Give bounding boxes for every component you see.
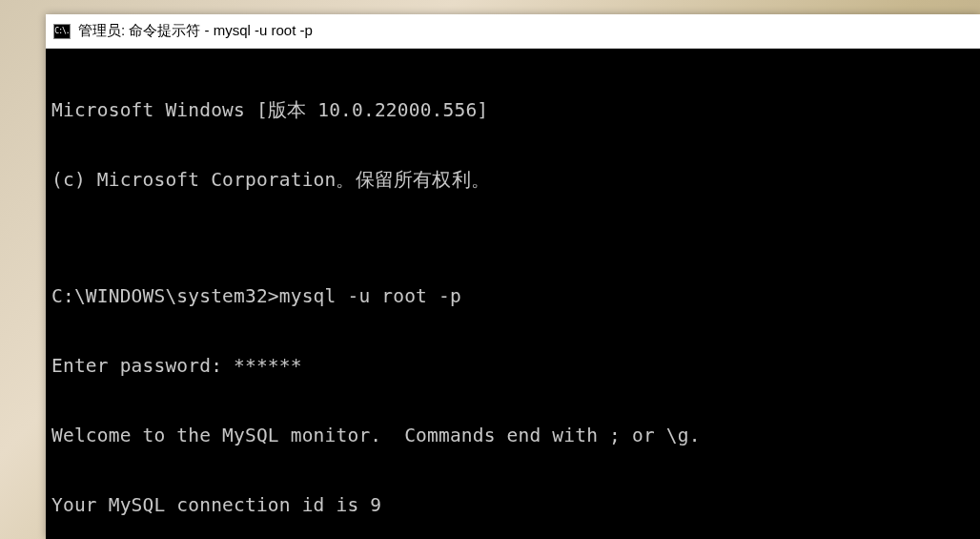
cmd-window: C:\. 管理员: 命令提示符 - mysql -u root -p Micro… [46,14,980,539]
terminal-line: Enter password: ****** [51,355,974,378]
terminal-output[interactable]: Microsoft Windows [版本 10.0.22000.556] (c… [46,49,980,539]
titlebar-title: 管理员: 命令提示符 - mysql -u root -p [78,22,313,40]
cmd-icon: C:\. [53,24,71,39]
terminal-line: Microsoft Windows [版本 10.0.22000.556] [51,99,974,122]
terminal-line: (c) Microsoft Corporation。保留所有权利。 [51,169,974,192]
terminal-line: Your MySQL connection id is 9 [51,494,974,517]
terminal-line: Welcome to the MySQL monitor. Commands e… [51,425,974,447]
terminal-line: C:\WINDOWS\system32>mysql -u root -p [51,285,974,308]
titlebar[interactable]: C:\. 管理员: 命令提示符 - mysql -u root -p [46,14,980,49]
